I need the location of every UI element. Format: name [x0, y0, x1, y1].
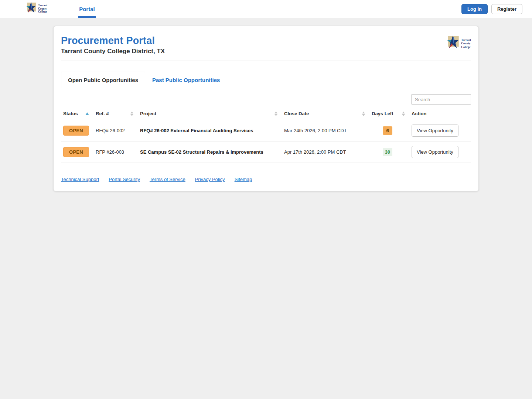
tab-bar: Open Public Opportunities Past Public Op… [61, 72, 471, 88]
tcc-logo-text: Tarrant County College [38, 4, 47, 14]
view-opportunity-button[interactable]: View Opportunity [412, 146, 458, 158]
page-title: Procurement Portal [61, 35, 165, 47]
column-header-project[interactable]: Project [138, 108, 282, 120]
column-header-close-date[interactable]: Close Date [282, 108, 369, 120]
ref-number: RFP #26-003 [93, 141, 138, 163]
sort-icon [130, 112, 133, 116]
tcc-star-icon [447, 35, 459, 52]
portal-security-link[interactable]: Portal Security [109, 177, 140, 182]
header-divider [61, 61, 471, 61]
technical-support-link[interactable]: Technical Support [61, 177, 99, 182]
opportunities-table: Status Ref. # Project [61, 108, 471, 163]
register-button[interactable]: Register [491, 4, 522, 14]
project-title: RFQ# 26-002 External Financial Auditing … [138, 120, 282, 141]
days-left-badge: 30 [383, 148, 392, 156]
project-title: SE Campus SE-02 Structural Repairs & Imp… [138, 141, 282, 163]
search-row [61, 94, 471, 105]
tcc-star-icon [26, 2, 36, 16]
days-left-badge: 6 [383, 126, 392, 135]
search-input[interactable] [411, 94, 471, 105]
login-button[interactable]: Log In [461, 4, 488, 14]
privacy-policy-link[interactable]: Privacy Policy [195, 177, 225, 182]
footer-links: Technical Support Portal Security Terms … [61, 177, 471, 183]
nav-item-portal[interactable]: Portal [78, 1, 96, 18]
card-logo: Tarrant County College [447, 35, 471, 52]
top-navbar: Tarrant County College Portal Log In Reg… [0, 0, 532, 18]
sort-icon [274, 112, 277, 116]
tab-open-public-opportunities[interactable]: Open Public Opportunities [61, 72, 145, 88]
view-opportunity-button[interactable]: View Opportunity [412, 125, 458, 137]
ref-number: RFQ# 26-002 [93, 120, 138, 141]
tab-past-public-opportunities[interactable]: Past Public Opportunities [145, 72, 227, 88]
terms-of-service-link[interactable]: Terms of Service [150, 177, 185, 182]
close-date: Mar 24th 2026, 2:00 PM CDT [282, 120, 369, 141]
status-badge: OPEN [63, 147, 89, 157]
sort-icon [402, 112, 405, 116]
sort-ascending-icon [85, 112, 89, 115]
tcc-logo: Tarrant County College [26, 0, 47, 18]
column-header-status[interactable]: Status [61, 108, 93, 120]
nav-links: Portal [78, 0, 96, 18]
table-row: OPEN RFP #26-003 SE Campus SE-02 Structu… [61, 141, 471, 163]
page-subtitle: Tarrant County College District, TX [61, 48, 165, 55]
nav-actions: Log In Register [461, 0, 522, 18]
status-badge: OPEN [63, 126, 89, 136]
column-header-days-left[interactable]: Days Left [369, 108, 409, 120]
close-date: Apr 17th 2026, 2:00 PM CDT [282, 141, 369, 163]
table-row: OPEN RFQ# 26-002 RFQ# 26-002 External Fi… [61, 120, 471, 141]
table-header-row: Status Ref. # Project [61, 108, 471, 120]
procurement-portal-card: Procurement Portal Tarrant County Colleg… [53, 26, 479, 191]
tcc-logo-text: Tarrant County College [461, 38, 471, 49]
sort-icon [362, 112, 365, 116]
card-header: Procurement Portal Tarrant County Colleg… [61, 35, 471, 55]
column-header-action: Action [409, 108, 471, 120]
sitemap-link[interactable]: Sitemap [235, 177, 252, 182]
column-header-ref[interactable]: Ref. # [93, 108, 138, 120]
